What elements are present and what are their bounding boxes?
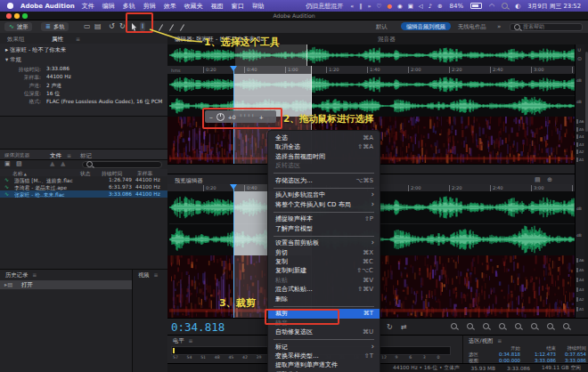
menubar-heart-icon[interactable]: ♡: [377, 3, 382, 10]
import-file-icon[interactable]: ▨: [16, 160, 22, 167]
selection-view-menu-icon[interactable]: ≡: [497, 337, 502, 344]
menubar-menu-1[interactable]: 文件: [82, 2, 94, 11]
menubar-menu-7[interactable]: 视图: [211, 2, 224, 11]
spotlight-search-icon[interactable]: [502, 3, 508, 9]
menubar-record-icon[interactable]: ◉: [397, 3, 403, 10]
history-panel-menu-icon[interactable]: ≡: [32, 271, 37, 278]
workspace-tab-active[interactable]: 编辑音频到视频: [401, 22, 451, 30]
spectral-display-icon[interactable]: ▤: [94, 23, 102, 30]
menubar-globe-icon[interactable]: ⊕: [437, 3, 442, 10]
menu-item[interactable]: 设置当前剪贴板›: [268, 239, 380, 247]
scale-settings-icon[interactable]: ⊙: [577, 55, 582, 61]
control-center-icon[interactable]: ◐: [515, 3, 520, 10]
menubar-app-name[interactable]: Adobe Audition: [20, 3, 75, 10]
workspace-tab-default[interactable]: 默认: [376, 23, 388, 31]
pencil-tool-icon[interactable]: [180, 24, 184, 30]
menu-item[interactable]: 插入到多轨混音中›: [268, 190, 380, 199]
selection-view-value[interactable]: 0:34.818: [488, 352, 520, 357]
slip-tool-icon[interactable]: [169, 24, 174, 30]
file-row[interactable]: ∿李琦君 - 老品未过.ape6:31.97344100 Hz: [0, 183, 167, 190]
undo-icon[interactable]: ↺: [109, 23, 115, 30]
apple-logo-icon[interactable]: [7, 3, 13, 9]
menubar-menu-4[interactable]: 剪辑: [143, 2, 156, 11]
zoom-tool-icon[interactable]: [531, 323, 537, 329]
window-title-bar[interactable]: Adobe Audition: [0, 12, 588, 20]
zoom-tool-icon[interactable]: [499, 323, 505, 329]
menu-item[interactable]: 变换采样类型...⇧T: [268, 352, 380, 360]
menubar-dictation-icon[interactable]: ♪: [429, 3, 432, 10]
preview-playhead-marker-icon[interactable]: [230, 184, 237, 190]
menubar-player-next-icon[interactable]: »: [368, 3, 372, 10]
panel-menu-icon[interactable]: ≡: [76, 36, 80, 42]
file-row[interactable]: ∿张家旺 - 给..未来.flac3:33.08644100 Hz: [0, 190, 167, 198]
menu-item[interactable]: 删除: [268, 295, 380, 303]
menu-item[interactable]: 提取声道到单声道文件: [268, 360, 380, 369]
workspace-overflow-icon[interactable]: »: [497, 23, 501, 30]
menu-item[interactable]: 全选⌘A: [268, 133, 380, 142]
menu-item[interactable]: 存储选区为...⌥⌘S: [268, 176, 380, 185]
menu-item[interactable]: 复制⌘C: [268, 257, 380, 266]
menubar-clock[interactable]: 3月9日 周三 23:52: [527, 2, 581, 11]
menubar-volume-icon[interactable]: ◁: [419, 3, 423, 10]
menu-item[interactable]: 自动修复选区⌘U: [268, 328, 380, 336]
history-item[interactable]: ▸▤ 打开: [0, 280, 132, 289]
video-panel-menu-icon[interactable]: ≡: [154, 271, 159, 278]
tab-media-browser[interactable]: 媒体浏览器: [4, 152, 29, 159]
monitor-icon[interactable]: ▭: [84, 23, 91, 30]
zoom-tool-icon[interactable]: [547, 323, 553, 329]
multitrack-view-button[interactable]: ≣ 多轨: [41, 22, 69, 31]
menu-item[interactable]: 捕捉噪声样本⇧P: [268, 214, 380, 223]
files-search-input[interactable]: [82, 161, 162, 168]
zoom-tool-icon[interactable]: [467, 323, 473, 329]
menubar-player-prev-icon[interactable]: «: [350, 3, 354, 10]
properties-section-header[interactable]: ▾ 常规: [5, 56, 21, 64]
preview-sync-icon[interactable]: ⊕: [547, 176, 552, 183]
vertical-scrollbar[interactable]: [584, 44, 588, 318]
preview-settings-icon[interactable]: ▤: [535, 176, 541, 183]
scrollbar-thumb[interactable]: [585, 52, 588, 132]
workspace-tab-radio[interactable]: 无线电作品: [458, 23, 486, 31]
insert-cd-icon[interactable]: ▲: [61, 160, 65, 167]
razor-tool-icon[interactable]: [159, 24, 163, 30]
files-panel-menu-icon[interactable]: ≡: [67, 152, 71, 158]
menubar-menu-3[interactable]: 多轨: [123, 2, 135, 11]
zoom-tool-icon[interactable]: [515, 323, 521, 329]
playhead-marker-icon[interactable]: [230, 66, 237, 71]
waveform-view-button[interactable]: ∿ 波形: [4, 22, 32, 31]
menu-item[interactable]: 将整个文件插入到 CD 布局›: [268, 200, 380, 209]
properties-file-name[interactable]: ▸ 张家旺 - 给不了你未来: [5, 46, 66, 54]
menu-item[interactable]: 了解声音模型: [268, 224, 380, 233]
loop-playback-icon[interactable]: ↻: [387, 323, 393, 331]
tab-effects-rack[interactable]: 效果组: [7, 36, 25, 44]
menu-item[interactable]: 选择当前视图时间: [268, 152, 380, 161]
menubar-display-icon[interactable]: ▣: [408, 3, 413, 10]
menubar-menu-2[interactable]: 编辑: [102, 2, 115, 11]
insert-multitrack-icon[interactable]: ▲: [50, 160, 54, 167]
tab-properties[interactable]: 属性: [52, 36, 63, 44]
zoom-tool-icon[interactable]: [451, 323, 457, 329]
tab-mixer[interactable]: 混音器: [378, 36, 396, 44]
menubar-player-pause-icon[interactable]: ∥: [359, 3, 362, 10]
skip-selection-icon[interactable]: ⇄: [401, 323, 407, 331]
menu-item[interactable]: 取消全选⇧⌘A: [268, 142, 380, 151]
menubar-menu-6[interactable]: 收藏夹: [184, 2, 203, 11]
zoom-tool-icon[interactable]: [563, 323, 569, 329]
open-file-icon[interactable]: ▣: [4, 160, 11, 167]
zoom-tool-icon[interactable]: [483, 323, 489, 329]
menu-item[interactable]: 粘贴⌘V: [268, 276, 380, 285]
wifi-icon[interactable]: ◠: [489, 3, 494, 10]
menu-item[interactable]: 反转选区: [268, 161, 380, 170]
menubar-menu-8[interactable]: 窗口: [232, 2, 244, 11]
menubar-menu-9[interactable]: 帮助: [252, 2, 265, 11]
menu-item[interactable]: 标记›: [268, 343, 380, 352]
ruler-selection-overlay[interactable]: [233, 66, 312, 74]
file-row[interactable]: ∿游荡猫 [M..、迷前奏.flac1:26.74944100 Hz: [0, 176, 167, 183]
menu-item[interactable]: 混合式粘贴...⇧⌘V: [268, 285, 380, 294]
menu-item[interactable]: 剪切⌘X: [268, 248, 380, 257]
levels-panel-menu-icon[interactable]: ≡: [189, 337, 193, 344]
redo-icon[interactable]: ↻: [119, 23, 126, 30]
magnet-icon[interactable]: ∪: [577, 46, 581, 53]
selection-view-value[interactable]: 0:37.654: [554, 352, 586, 357]
selection-view-value[interactable]: 1:12.473: [524, 352, 556, 357]
menubar-menu-5[interactable]: 效果: [164, 2, 176, 11]
